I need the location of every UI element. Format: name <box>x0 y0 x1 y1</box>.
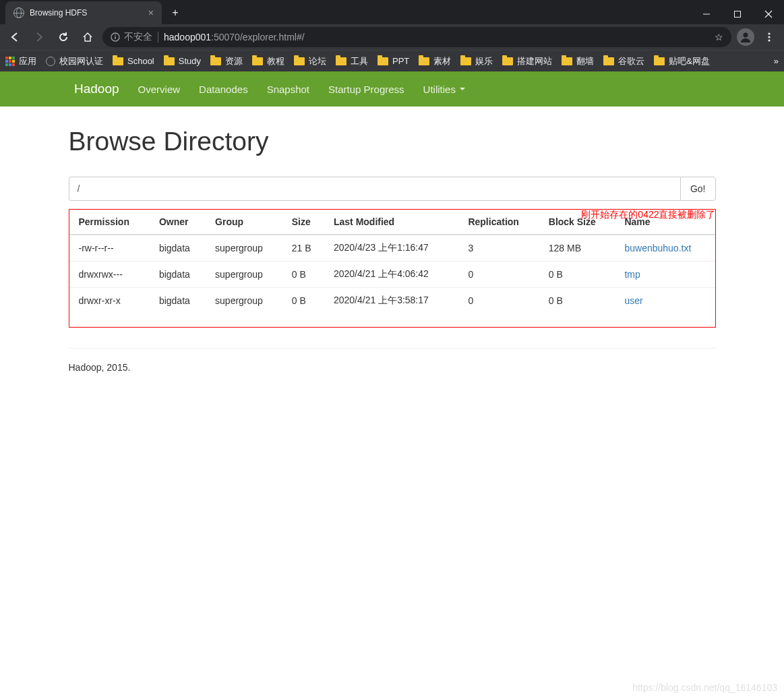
url-rest: :50070/explorer.html#/ <box>211 32 305 42</box>
page-heading: Browse Directory <box>69 127 716 156</box>
bookmark-item[interactable]: 校园网认证 <box>46 55 103 67</box>
insecure-badge: 不安全 <box>111 31 152 43</box>
apps-grid-icon <box>5 57 15 66</box>
cell-name: tmp <box>615 262 715 288</box>
account-avatar[interactable] <box>737 28 754 46</box>
bookmark-folder[interactable]: 教程 <box>252 55 284 67</box>
svg-point-10 <box>768 39 770 41</box>
annotation-text: 刚开始存在的0422直接被删除了 <box>69 209 716 221</box>
footer-text: Hadoop, 2015. <box>69 362 716 373</box>
bookmark-folder[interactable]: 工具 <box>336 55 368 67</box>
cell-owner: bigdata <box>150 262 206 288</box>
kebab-menu-icon[interactable] <box>760 28 779 47</box>
bookmark-folder[interactable]: 素材 <box>419 55 451 67</box>
cell-group: supergroup <box>206 288 282 314</box>
cell-modified: 2020/4/21 上午3:58:17 <box>324 288 458 314</box>
insecure-label: 不安全 <box>124 31 152 43</box>
cell-owner: bigdata <box>150 235 206 262</box>
bookmark-folder[interactable]: 谷歌云 <box>603 55 644 67</box>
bookmark-folder[interactable]: PPT <box>378 56 409 66</box>
file-link[interactable]: tmp <box>624 269 640 280</box>
cell-replication: 0 <box>458 262 539 288</box>
home-button[interactable] <box>78 28 97 47</box>
go-button[interactable]: Go! <box>680 177 716 201</box>
folder-icon <box>378 57 388 65</box>
window-controls <box>691 4 784 24</box>
reload-button[interactable] <box>54 28 73 47</box>
bookmark-folder[interactable]: 翻墙 <box>562 55 594 67</box>
url-host: hadoop001 <box>164 32 211 42</box>
back-button[interactable] <box>5 28 24 47</box>
maximize-button[interactable] <box>722 4 753 24</box>
cell-owner: bigdata <box>150 288 206 314</box>
svg-point-7 <box>744 33 748 38</box>
address-bar[interactable]: 不安全 hadoop001:50070/explorer.html#/ ☆ <box>102 27 731 47</box>
folder-icon <box>419 57 429 65</box>
table-row: -rw-r--r--bigdatasupergroup21 B2020/4/23… <box>69 235 715 262</box>
bookmark-overflow-icon[interactable]: » <box>774 56 779 66</box>
minimize-button[interactable] <box>691 4 722 24</box>
cell-modified: 2020/4/23 上午1:16:47 <box>324 235 458 262</box>
browser-toolbar: 不安全 hadoop001:50070/explorer.html#/ ☆ <box>0 24 784 50</box>
cell-permission: drwxr-xr-x <box>69 288 150 314</box>
bookmarks-bar: 应用 校园网认证 School Study 资源 教程 论坛 工具 PPT 素材… <box>0 50 784 71</box>
file-table-wrapper: Permission Owner Group Size Last Modifie… <box>69 209 716 328</box>
close-window-button[interactable] <box>753 4 784 24</box>
folder-icon <box>654 57 665 65</box>
cell-permission: -rw-r--r-- <box>69 235 150 262</box>
cell-replication: 3 <box>458 235 539 262</box>
svg-point-8 <box>768 32 770 34</box>
cell-permission: drwxrwx--- <box>69 262 150 288</box>
bookmark-folder[interactable]: 搭建网站 <box>502 55 552 67</box>
folder-icon <box>294 57 305 65</box>
separator <box>158 32 158 42</box>
folder-icon <box>460 57 471 65</box>
tab-title: Browsing HDFS <box>30 8 148 18</box>
caret-down-icon <box>460 88 465 90</box>
cell-replication: 0 <box>458 288 539 314</box>
cell-group: supergroup <box>206 235 282 262</box>
hadoop-navbar: Hadoop Overview Datanodes Snapshot Start… <box>0 71 784 107</box>
cell-blocksize: 0 B <box>539 288 615 314</box>
nav-snapshot[interactable]: Snapshot <box>267 84 309 95</box>
bookmark-folder[interactable]: 娱乐 <box>460 55 493 67</box>
browser-tab[interactable]: Browsing HDFS × <box>5 1 162 24</box>
apps-label: 应用 <box>19 55 36 67</box>
path-input[interactable] <box>69 177 680 201</box>
cell-modified: 2020/4/21 上午4:06:42 <box>324 262 458 288</box>
bookmark-star-icon[interactable]: ☆ <box>715 32 723 42</box>
folder-icon <box>502 57 513 65</box>
bookmark-folder[interactable]: 资源 <box>210 55 243 67</box>
svg-point-6 <box>115 34 116 36</box>
bookmark-folder[interactable]: 贴吧&网盘 <box>654 55 710 67</box>
cell-size: 21 B <box>282 235 324 262</box>
new-tab-button[interactable]: + <box>166 3 185 22</box>
cell-name: buwenbuhuo.txt <box>615 235 715 262</box>
bookmark-folder[interactable]: School <box>113 56 154 66</box>
file-link[interactable]: buwenbuhuo.txt <box>624 243 691 253</box>
bookmark-folder[interactable]: 论坛 <box>294 55 326 67</box>
nav-overview[interactable]: Overview <box>138 84 181 95</box>
nav-utilities[interactable]: Utilities <box>423 84 465 95</box>
svg-rect-1 <box>735 11 741 18</box>
brand[interactable]: Hadoop <box>74 82 119 96</box>
nav-datanodes[interactable]: Datanodes <box>199 84 248 95</box>
file-table: Permission Owner Group Size Last Modifie… <box>69 210 715 313</box>
info-icon <box>111 32 120 42</box>
footer-divider <box>69 348 716 348</box>
folder-icon <box>562 57 572 65</box>
folder-icon <box>336 57 346 65</box>
folder-icon <box>603 57 614 65</box>
nav-startup-progress[interactable]: Startup Progress <box>328 84 404 95</box>
apps-button[interactable]: 应用 <box>5 55 36 67</box>
folder-icon <box>164 57 175 65</box>
file-link[interactable]: user <box>624 295 642 306</box>
close-tab-icon[interactable]: × <box>148 7 154 18</box>
cell-size: 0 B <box>282 288 324 314</box>
bookmark-folder[interactable]: Study <box>164 56 201 66</box>
forward-button[interactable] <box>30 28 49 47</box>
globe-icon <box>13 7 24 18</box>
cell-blocksize: 128 MB <box>539 235 615 262</box>
folder-icon <box>210 57 221 65</box>
folder-icon <box>252 57 263 65</box>
